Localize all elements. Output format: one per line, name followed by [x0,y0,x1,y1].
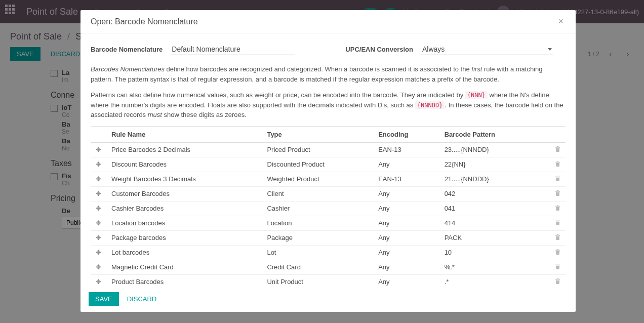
table-row[interactable]: ✥ Weight Barcodes 3 Decimals Weighted Pr… [91,172,566,186]
upcean-value: Always [422,45,445,53]
rule-encoding-cell: Any [373,186,439,201]
upcean-label: UPC/EAN Conversion [345,46,413,53]
table-row[interactable]: ✥ Product Barcodes Unit Product Any .* [91,274,566,286]
rule-type-cell: Cashier [262,201,373,216]
rule-pattern-cell: 22{NN} [439,157,540,172]
col-encoding[interactable]: Encoding [373,126,439,142]
modal-title: Open: Barcode Nomenclature [91,17,198,26]
drag-handle-icon[interactable]: ✥ [91,274,106,286]
rule-name-cell: Lot barcodes [106,245,262,260]
table-row[interactable]: ✥ Customer Barcodes Client Any 042 [91,186,566,201]
trash-icon[interactable] [540,216,566,230]
drag-handle-icon[interactable]: ✥ [91,186,106,201]
help-text-1: Barcodes Nomenclatures define how barcod… [91,64,566,84]
drag-handle-icon[interactable]: ✥ [91,142,106,157]
rule-encoding-cell: EAN-13 [373,142,439,157]
rule-type-cell: Priced Product [262,142,373,157]
rule-encoding-cell: Any [373,157,439,172]
rule-pattern-cell: 21.....{NNDDD} [439,172,540,186]
rule-type-cell: Weighted Product [262,172,373,186]
modal-header: Open: Barcode Nomenclature × [80,10,576,33]
rule-pattern-cell: 10 [439,245,540,260]
rule-type-cell: Client [262,186,373,201]
rule-name-cell: Location barcodes [106,216,262,230]
drag-handle-icon[interactable]: ✥ [91,230,106,245]
rule-type-cell: Credit Card [262,260,373,274]
trash-icon[interactable] [540,142,566,157]
rule-type-cell: Lot [262,245,373,260]
rule-name-cell: Customer Barcodes [106,186,262,201]
col-drag [91,126,106,142]
rule-encoding-cell: Any [373,216,439,230]
modal-dialog: Open: Barcode Nomenclature × Barcode Nom… [80,10,576,312]
rule-encoding-cell: Any [373,274,439,286]
upcean-select[interactable]: Always [421,44,553,55]
table-row[interactable]: ✥ Cashier Barcodes Cashier Any 041 [91,201,566,216]
modal-discard-button[interactable]: Discard [122,292,162,306]
trash-icon[interactable] [540,172,566,186]
chevron-down-icon [548,48,552,51]
rule-pattern-cell: 23.....{NNNDD} [439,142,540,157]
table-row[interactable]: ✥ Location barcodes Location Any 414 [91,216,566,230]
rule-encoding-cell: Any [373,230,439,245]
rule-type-cell: Unit Product [262,274,373,286]
drag-handle-icon[interactable]: ✥ [91,172,106,186]
rule-encoding-cell: Any [373,245,439,260]
trash-icon[interactable] [540,201,566,216]
rule-encoding-cell: EAN-13 [373,172,439,186]
table-row[interactable]: ✥ Discount Barcodes Discounted Product A… [91,157,566,172]
rules-table: Rule Name Type Encoding Barcode Pattern … [91,126,566,287]
trash-icon[interactable] [540,260,566,274]
trash-icon[interactable] [540,230,566,245]
modal-save-button[interactable]: Save [89,292,119,306]
rule-pattern-cell: %.* [439,260,540,274]
trash-icon[interactable] [540,157,566,172]
trash-icon[interactable] [540,186,566,201]
modal-footer: Save Discard [80,286,576,312]
rule-pattern-cell: .* [439,274,540,286]
table-row[interactable]: ✥ Price Barcodes 2 Decimals Priced Produ… [91,142,566,157]
drag-handle-icon[interactable]: ✥ [91,260,106,274]
drag-handle-icon[interactable]: ✥ [91,216,106,230]
rule-pattern-cell: 041 [439,201,540,216]
rule-name-cell: Product Barcodes [106,274,262,286]
rule-encoding-cell: Any [373,201,439,216]
rule-name-cell: Package barcodes [106,230,262,245]
nomenclature-label: Barcode Nomenclature [91,46,163,53]
rule-name-cell: Discount Barcodes [106,157,262,172]
modal-body: Barcode Nomenclature UPC/EAN Conversion … [80,33,576,286]
trash-icon[interactable] [540,245,566,260]
trash-icon[interactable] [540,274,566,286]
col-actions [540,126,566,142]
help-text-2: Patterns can also define how numerical v… [91,90,566,120]
drag-handle-icon[interactable]: ✥ [91,201,106,216]
table-row[interactable]: ✥ Package barcodes Package Any PACK [91,230,566,245]
rule-name-cell: Weight Barcodes 3 Decimals [106,172,262,186]
col-rule-name[interactable]: Rule Name [106,126,262,142]
rule-pattern-cell: 414 [439,216,540,230]
table-row[interactable]: ✥ Magnetic Credit Card Credit Card Any %… [91,260,566,274]
rule-name-cell: Magnetic Credit Card [106,260,262,274]
rule-name-cell: Price Barcodes 2 Decimals [106,142,262,157]
table-row[interactable]: ✥ Lot barcodes Lot Any 10 [91,245,566,260]
rule-encoding-cell: Any [373,260,439,274]
close-icon[interactable]: × [556,16,566,27]
rule-pattern-cell: 042 [439,186,540,201]
rule-name-cell: Cashier Barcodes [106,201,262,216]
rule-type-cell: Discounted Product [262,157,373,172]
drag-handle-icon[interactable]: ✥ [91,245,106,260]
rule-type-cell: Location [262,216,373,230]
rule-pattern-cell: PACK [439,230,540,245]
col-type[interactable]: Type [262,126,373,142]
nomenclature-input[interactable] [171,44,295,55]
col-barcode-pattern[interactable]: Barcode Pattern [439,126,540,142]
rule-type-cell: Package [262,230,373,245]
drag-handle-icon[interactable]: ✥ [91,157,106,172]
